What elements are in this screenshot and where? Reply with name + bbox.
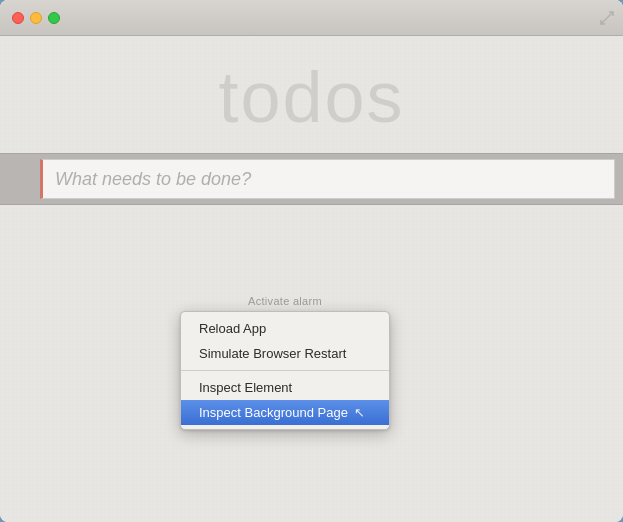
- svg-line-1: [601, 18, 607, 24]
- input-bar[interactable]: What needs to be done?: [40, 159, 615, 199]
- cursor-icon: ↖: [354, 405, 365, 420]
- menu-item-simulate-restart[interactable]: Simulate Browser Restart: [181, 341, 389, 366]
- app-content: todos What needs to be done?: [0, 36, 623, 205]
- context-menu-area: Activate alarm Reload App Simulate Brows…: [180, 295, 390, 430]
- context-menu: Reload App Simulate Browser Restart Insp…: [180, 311, 390, 430]
- menu-separator: [181, 370, 389, 371]
- minimize-button[interactable]: [30, 12, 42, 24]
- menu-item-reload-app[interactable]: Reload App: [181, 316, 389, 341]
- close-button[interactable]: [12, 12, 24, 24]
- menu-item-inspect-element[interactable]: Inspect Element: [181, 375, 389, 400]
- context-trigger-label: Activate alarm: [180, 295, 390, 307]
- app-title: todos: [0, 36, 623, 153]
- input-placeholder: What needs to be done?: [55, 169, 251, 190]
- svg-line-0: [607, 12, 613, 18]
- input-bar-container: What needs to be done?: [0, 153, 623, 205]
- app-window: todos What needs to be done? Activate al…: [0, 0, 623, 522]
- traffic-lights: [12, 12, 60, 24]
- menu-item-inspect-background[interactable]: Inspect Background Page ↖: [181, 400, 389, 425]
- resize-icon: [599, 10, 615, 26]
- maximize-button[interactable]: [48, 12, 60, 24]
- titlebar: [0, 0, 623, 36]
